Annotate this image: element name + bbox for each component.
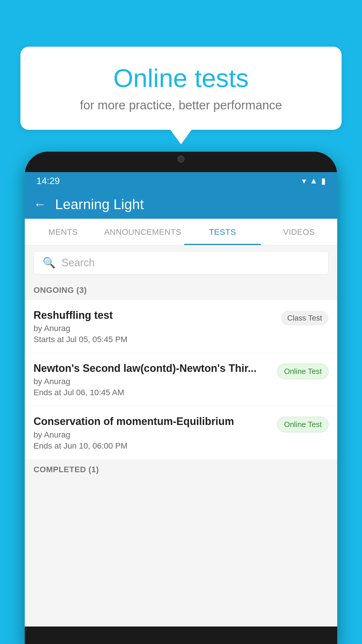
search-icon: 🔍 <box>43 257 56 269</box>
ongoing-section-header: ONGOING (3) <box>25 280 337 300</box>
test-item-3-author: by Anurag <box>34 430 271 440</box>
test-item-2-author: by Anurag <box>34 377 271 386</box>
status-bar: 14:29 ▾ ▲ ▮ <box>25 172 337 190</box>
phone-notch <box>158 152 204 166</box>
test-item-3-badge: Online Test <box>277 417 328 432</box>
wifi-icon: ▾ <box>302 176 306 186</box>
test-item-2-badge: Online Test <box>277 364 328 379</box>
status-time: 14:29 <box>36 176 60 186</box>
test-item-1-title: Reshuffling test <box>34 309 275 321</box>
tab-assignments[interactable]: MENTS <box>25 219 101 245</box>
test-item-1-author: by Anurag <box>34 324 275 333</box>
phone-frame: 14:29 ▾ ▲ ▮ ← Learning Light MENTS <box>25 152 337 644</box>
bubble-subtitle: for more practice, better performance <box>44 98 318 112</box>
front-camera <box>178 155 184 162</box>
test-item-1-badge: Class Test <box>281 311 328 326</box>
test-item-2-title: Newton's Second law(contd)-Newton's Thir… <box>34 362 271 374</box>
promo-bubble: Online tests for more practice, better p… <box>20 47 342 130</box>
test-list: Reshuffling test by Anurag Starts at Jul… <box>25 300 337 460</box>
search-bar[interactable]: 🔍 Search <box>34 251 328 274</box>
app-title: Learning Light <box>55 196 144 212</box>
search-container: 🔍 Search <box>25 245 337 280</box>
app-header: ← Learning Light <box>25 190 337 219</box>
test-item-3-title: Conservation of momentum-Equilibrium <box>34 415 271 428</box>
test-item-3-date: Ends at Jun 10, 06:00 PM <box>34 441 271 451</box>
test-item-1-date: Starts at Jul 05, 05:45 PM <box>34 335 275 344</box>
test-item-2-content: Newton's Second law(contd)-Newton's Thir… <box>34 362 277 397</box>
tab-tests[interactable]: TESTS <box>184 219 261 245</box>
test-item-3[interactable]: Conservation of momentum-Equilibrium by … <box>25 406 337 459</box>
battery-icon: ▮ <box>321 176 326 186</box>
bubble-title: Online tests <box>44 64 318 92</box>
tab-announcements[interactable]: ANNOUNCEMENTS <box>101 219 184 245</box>
test-item-1-content: Reshuffling test by Anurag Starts at Jul… <box>34 309 281 344</box>
back-button[interactable]: ← <box>34 197 46 211</box>
tabs-bar: MENTS ANNOUNCEMENTS TESTS VIDEOS <box>25 219 337 245</box>
test-item-3-content: Conservation of momentum-Equilibrium by … <box>34 415 277 450</box>
test-item-1[interactable]: Reshuffling test by Anurag Starts at Jul… <box>25 300 337 353</box>
phone-screen: 14:29 ▾ ▲ ▮ ← Learning Light MENTS <box>25 172 337 626</box>
search-placeholder: Search <box>61 257 95 269</box>
completed-section-header: COMPLETED (1) <box>25 460 337 480</box>
test-item-2[interactable]: Newton's Second law(contd)-Newton's Thir… <box>25 353 337 406</box>
phone-top-bar <box>25 152 337 172</box>
test-item-2-date: Ends at Jul 06, 10:45 AM <box>34 388 271 397</box>
tab-videos[interactable]: VIDEOS <box>261 219 337 245</box>
phone-device: 14:29 ▾ ▲ ▮ ← Learning Light MENTS <box>25 152 337 644</box>
bubble-card: Online tests for more practice, better p… <box>20 47 342 130</box>
status-icons: ▾ ▲ ▮ <box>302 176 326 186</box>
signal-icon: ▲ <box>310 176 318 186</box>
